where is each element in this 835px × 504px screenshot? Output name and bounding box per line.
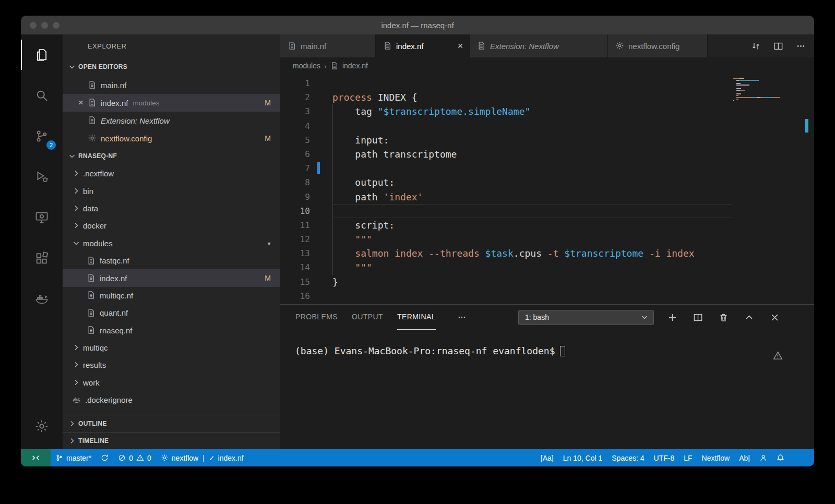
code-text: """ <box>332 232 372 246</box>
tree-file-multiqc-nf[interactable]: multiqc.nf <box>63 287 280 304</box>
tab-label: main.nf <box>301 42 362 51</box>
tree-file-fastqc-nf[interactable]: fastqc.nf <box>63 252 280 269</box>
tab-extension-nextflow[interactable]: Extension: Nextflow <box>470 34 608 57</box>
close-window-button[interactable] <box>30 22 37 29</box>
code-line-3[interactable]: 3 tag "$transcriptome.simpleName" <box>280 104 814 118</box>
open-editor-extension-nextflow[interactable]: Extension: Nextflow <box>63 112 280 129</box>
status-sync[interactable] <box>96 449 113 466</box>
minimize-window-button[interactable] <box>41 22 48 29</box>
status-encoding[interactable]: UTF-8 <box>649 454 679 462</box>
terminal[interactable]: (base) Evans-MacBook-Pro:rnaseq-nf evanf… <box>280 330 814 356</box>
code-line-5[interactable]: 5 input: <box>280 133 814 147</box>
open-editor-index-nf[interactable]: ×index.nfmodulesM <box>63 94 280 112</box>
status-nextflow-status[interactable]: nextflow|✓index.nf <box>156 449 248 466</box>
chevron-right-icon <box>72 221 81 230</box>
open-editor-main-nf[interactable]: main.nf <box>63 76 280 94</box>
activity-source-control[interactable]: 2 <box>21 116 63 157</box>
code-line-13[interactable]: 13 salmon index --threads $task.cpus -t … <box>280 246 814 260</box>
open-editors-header[interactable]: OPEN EDITORS <box>63 57 280 76</box>
code-line-16[interactable]: 16 <box>280 289 814 303</box>
tree-file-quant-nf[interactable]: quant.nf <box>63 304 280 321</box>
code-line-14[interactable]: 14 """ <box>280 260 814 274</box>
kill-terminal-icon[interactable] <box>719 313 729 322</box>
code-line-12[interactable]: 12 """ <box>280 232 814 246</box>
more-actions-icon[interactable] <box>457 313 467 322</box>
code-line-7[interactable]: 7 <box>280 161 814 175</box>
tree-folder-data[interactable]: data <box>63 200 280 217</box>
breadcrumb-item[interactable]: index.nf <box>342 62 368 70</box>
workspace-header[interactable]: RNASEQ-NF <box>63 147 280 165</box>
panel-tab-problems[interactable]: PROBLEMS <box>295 305 338 330</box>
activity-explorer[interactable] <box>21 34 63 75</box>
git-modified-badge: M <box>265 274 271 282</box>
activity-remote-explorer[interactable] <box>21 197 63 238</box>
tree-folder-docker[interactable]: docker <box>63 217 280 234</box>
tree-file-rnaseq-nf[interactable]: rnaseq.nf <box>63 322 280 339</box>
tab-main-nf[interactable]: main.nf <box>280 34 376 57</box>
activity-manage[interactable] <box>21 403 63 449</box>
activity-extensions[interactable] <box>21 238 63 279</box>
code-editor[interactable]: 12process INDEX {3 tag "$transcriptome.s… <box>280 74 814 304</box>
status-remote-indicator[interactable] <box>21 449 51 466</box>
breadcrumb-item[interactable]: modules <box>293 62 320 70</box>
terminal-prompt: (base) Evans-MacBook-Pro:rnaseq-nf evanf… <box>295 345 555 356</box>
status-screencast-mode[interactable]: Ab| <box>734 454 755 462</box>
maximize-panel-icon[interactable] <box>744 313 754 322</box>
code-line-8[interactable]: 8 output: <box>280 175 814 189</box>
tree-file-index-nf[interactable]: index.nfM <box>63 269 280 286</box>
close-tab-icon[interactable]: × <box>456 41 465 52</box>
open-editor-nextflow-config[interactable]: nextflow.configM <box>63 129 280 147</box>
status-problems[interactable]: 00 <box>113 449 156 466</box>
panel-tab-terminal[interactable]: TERMINAL <box>397 305 436 330</box>
code-text: path transcriptome <box>332 147 457 161</box>
new-terminal-icon[interactable] <box>667 313 677 322</box>
terminal-shell-select[interactable]: 1: bash <box>518 310 654 325</box>
titlebar: index.nf — rnaseq-nf <box>21 16 814 34</box>
status-branch[interactable]: master* <box>51 449 96 466</box>
close-panel-icon[interactable] <box>770 313 780 322</box>
status-feedback[interactable] <box>755 454 772 462</box>
code-line-11[interactable]: 11 script: <box>280 218 814 232</box>
docker-icon <box>34 292 49 306</box>
activity-search[interactable] <box>21 75 63 116</box>
activity-run-and-debug[interactable] <box>21 157 63 197</box>
tab-index-nf[interactable]: index.nf× <box>376 34 470 57</box>
more-actions-icon[interactable] <box>796 41 806 51</box>
open-changes-icon[interactable] <box>751 41 761 51</box>
status-indentation[interactable]: Spaces: 4 <box>607 454 649 462</box>
section-outline[interactable]: OUTLINE <box>63 415 280 432</box>
activity-docker[interactable] <box>21 279 63 319</box>
code-line-10[interactable]: 10 <box>280 204 814 218</box>
tree-folder-results[interactable]: results <box>63 356 280 374</box>
tree-folder-work[interactable]: work <box>63 374 280 391</box>
tree-file-dockerignore[interactable]: .dockerignore <box>63 391 280 409</box>
zoom-window-button[interactable] <box>53 22 59 29</box>
minimap-line <box>733 97 781 98</box>
panel-tab-output[interactable]: OUTPUT <box>352 305 383 330</box>
split-terminal-icon[interactable] <box>693 313 703 322</box>
minimap[interactable] <box>733 76 781 104</box>
status-eol[interactable]: LF <box>679 454 697 462</box>
tab-nextflow-config[interactable]: nextflow.config <box>608 34 708 57</box>
tree-folder-modules[interactable]: modules● <box>63 235 280 252</box>
status-bar: master*00nextflow|✓index.nf [Aa]Ln 10, C… <box>21 449 814 466</box>
code-line-4[interactable]: 4 <box>280 119 814 133</box>
section-timeline[interactable]: TIMELINE <box>63 432 280 449</box>
activity-bar: 2 <box>21 34 63 449</box>
tree-folder-nextflow[interactable]: .nextflow <box>63 165 280 182</box>
tab-label: nextflow.config <box>628 42 694 51</box>
close-editor-icon[interactable]: × <box>78 98 88 108</box>
status-cursor-position[interactable]: Ln 10, Col 1 <box>558 454 607 462</box>
code-line-15[interactable]: 15} <box>280 275 814 289</box>
tree-folder-bin[interactable]: bin <box>63 182 280 199</box>
status-language-mode[interactable]: Nextflow <box>697 454 735 462</box>
split-editor-icon[interactable] <box>773 41 783 51</box>
tree-folder-multiqc[interactable]: multiqc <box>63 339 280 356</box>
minimap-line <box>733 87 781 88</box>
bottom-panel: PROBLEMSOUTPUTTERMINAL 1: bash (base) Ev… <box>280 304 814 449</box>
line-number: 1 <box>280 76 332 90</box>
status-notifications[interactable] <box>772 454 789 462</box>
status-case-indicator[interactable]: [Aa] <box>536 454 558 462</box>
code-line-9[interactable]: 9 path 'index' <box>280 190 814 204</box>
code-line-6[interactable]: 6 path transcriptome <box>280 147 814 161</box>
